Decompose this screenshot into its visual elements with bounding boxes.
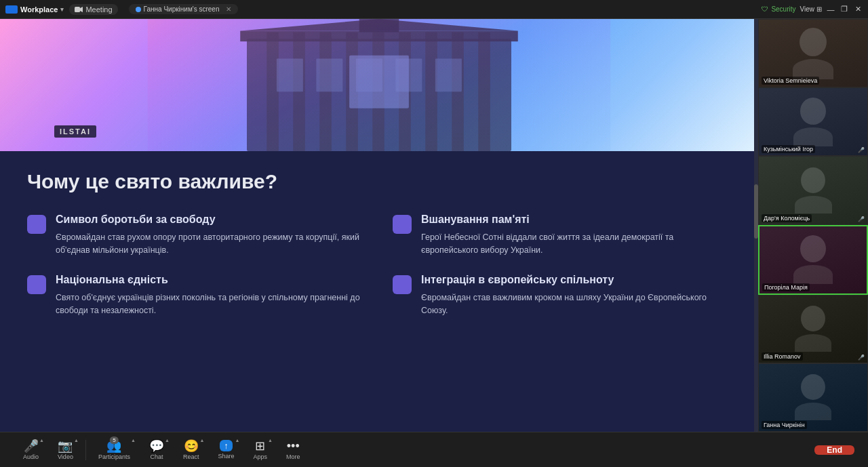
screen-share-close[interactable]: ✕ (226, 5, 231, 13)
slide-icon-2 (393, 215, 412, 234)
participant-name-3: Дар'я Коломієць (762, 214, 812, 222)
slide-title: Чому це свято важливе? (27, 170, 731, 193)
share-caret[interactable]: ▲ (235, 438, 240, 443)
slide-icon-3 (27, 275, 46, 294)
apps-label: Apps (253, 453, 267, 460)
video-icon: 📷 (58, 440, 73, 452)
slide-image: ILSTAI (0, 19, 758, 151)
audio-button[interactable]: 🎤 Audio ▲ (14, 432, 48, 467)
participants-label: Participants (98, 453, 130, 460)
minimize-button[interactable]: — (826, 5, 835, 14)
face-head-6 (801, 374, 825, 400)
screen-share-dot (136, 7, 141, 12)
app-dropdown[interactable]: ▾ (60, 6, 64, 13)
face-head-5 (801, 306, 825, 331)
slide-background: ILSTAI (0, 19, 758, 151)
apps-caret[interactable]: ▲ (268, 438, 273, 443)
apps-icon: ⊞ (255, 440, 265, 452)
apps-button[interactable]: ⊞ Apps ▲ (243, 432, 277, 467)
slide-icon-1 (27, 215, 46, 234)
react-caret[interactable]: ▲ (200, 438, 205, 443)
svg-rect-0 (7, 6, 13, 13)
slide-content: Чому це свято важливе? Символ боротьби з… (0, 151, 758, 432)
app-logo: Workplace ▾ (5, 5, 64, 14)
toolbar-right: End (814, 445, 854, 455)
slide-item-4: Інтеграція в європейську спільноту Євром… (393, 274, 731, 318)
slide-item-3-desc: Свято об'єднує українців різних поколінь… (56, 291, 366, 318)
svg-marker-3 (80, 7, 83, 12)
separator-1 (85, 440, 86, 460)
slide-item-1-title: Символ боротьби за свободу (56, 214, 366, 226)
audio-label: Audio (23, 453, 39, 460)
chat-icon: 💬 (149, 440, 164, 452)
audio-caret[interactable]: ▲ (39, 438, 44, 443)
restore-button[interactable]: ❐ (840, 5, 849, 14)
participants-button[interactable]: 👥 Participants 5 ▲ (89, 432, 140, 467)
share-button[interactable]: ↑ Share ▲ (208, 432, 243, 467)
participant-name-1: Viktoria Semnieieva (762, 77, 819, 85)
share-label: Share (218, 453, 234, 460)
main-content: ILSTAI Чому це свято важливе? Символ бор… (0, 19, 868, 432)
svg-rect-2 (75, 7, 80, 12)
participants-caret[interactable]: ▲ (131, 438, 136, 443)
chat-label: Chat (150, 453, 163, 460)
video-caret[interactable]: ▲ (74, 438, 79, 443)
slide-item-1: Символ боротьби за свободу Євромайдан ст… (27, 214, 366, 258)
slide-item-3: Національна єдність Свято об'єднує украї… (27, 274, 366, 318)
close-button[interactable]: ✕ (853, 5, 863, 14)
more-label: More (286, 453, 300, 460)
slide-item-2: Вшанування пам'яті Герої Небесної Сотні … (393, 214, 731, 258)
security-button[interactable]: 🛡 Security (762, 5, 795, 13)
security-label: Security (771, 5, 795, 13)
face-head-1 (800, 28, 827, 56)
meeting-button[interactable]: Meeting (69, 4, 117, 15)
slide-item-1-text: Символ боротьби за свободу Євромайдан ст… (56, 214, 366, 258)
screen-share-indicator: Ганна Чиркіним's screen ✕ (129, 4, 239, 14)
participant-name-4: Погоріла Марія (762, 283, 810, 291)
zoom-icon (5, 5, 18, 14)
screen-share-text: Ганна Чиркіним's screen (144, 5, 220, 13)
participant-tile-1: Viktoria Semnieieva (758, 19, 868, 87)
participant-tile-6: Ганна Чиркінін (758, 363, 868, 432)
video-label: Video (58, 453, 73, 460)
slide-item-4-desc: Євромайдан став важливим кроком на шляху… (421, 291, 731, 318)
react-button[interactable]: 😊 React ▲ (174, 432, 209, 467)
share-icon: ↑ (220, 440, 233, 451)
participant-name-2: Кузьмінський Ігор (762, 145, 815, 153)
participant-name-5: Illia Romanov (762, 352, 803, 361)
participant-tile-4: Погоріла Марія (758, 225, 868, 295)
chat-button[interactable]: 💬 Chat ▲ (140, 432, 174, 467)
slide-item-3-title: Національна єдність (56, 274, 366, 286)
face-body-4 (793, 265, 833, 284)
participant-mic-5: 🎤 (858, 354, 865, 361)
participant-name-6: Ганна Чиркінін (762, 421, 807, 429)
face-head-2 (800, 98, 826, 125)
building-graphic (114, 19, 645, 151)
view-button[interactable]: View ⊞ (800, 5, 823, 13)
audio-icon: 🎤 (24, 440, 39, 452)
react-label: React (183, 453, 199, 460)
slide-item-2-desc: Герої Небесної Сотні віддали свої життя … (421, 231, 731, 258)
participant-tile-2: Кузьмінський Ігор 🎤 (758, 87, 868, 156)
participant-mic-3: 🎤 (858, 216, 865, 222)
meeting-icon (75, 6, 83, 13)
face-body-5 (795, 334, 831, 352)
slide-item-1-desc: Євромайдан став рухом опору проти автори… (56, 231, 366, 258)
slide-item-3-text: Національна єдність Свято об'єднує украї… (56, 274, 366, 318)
video-button[interactable]: 📷 Video ▲ (48, 432, 83, 467)
face-body-6 (795, 403, 831, 420)
view-label: View (800, 5, 815, 13)
face-body-1 (793, 59, 833, 79)
more-button[interactable]: ••• More (277, 432, 310, 467)
end-label: End (827, 445, 842, 455)
participant-tile-5: Illia Romanov 🎤 (758, 295, 868, 363)
end-button[interactable]: End (814, 445, 854, 455)
slide-grid: Символ боротьби за свободу Євромайдан ст… (27, 214, 731, 318)
more-icon: ••• (287, 440, 300, 452)
svg-rect-23 (148, 19, 611, 151)
face-body-2 (793, 127, 833, 146)
slide-item-2-text: Вшанування пам'яті Герої Небесної Сотні … (421, 214, 731, 258)
meeting-label: Meeting (85, 5, 112, 14)
view-grid-icon: ⊞ (816, 5, 822, 13)
chat-caret[interactable]: ▲ (165, 438, 170, 443)
